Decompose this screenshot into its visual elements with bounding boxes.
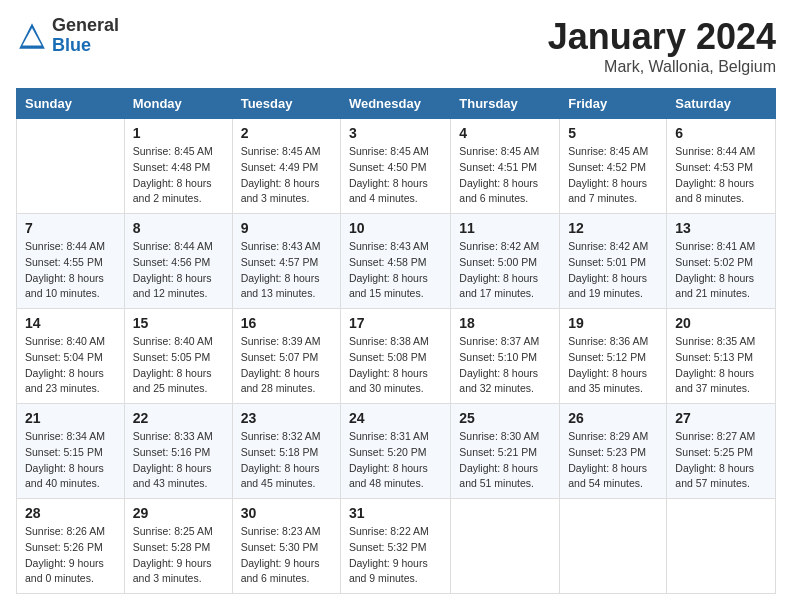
day-number: 31 bbox=[349, 505, 442, 521]
weekday-header: Tuesday bbox=[232, 89, 340, 119]
day-number: 22 bbox=[133, 410, 224, 426]
day-number: 10 bbox=[349, 220, 442, 236]
calendar-cell: 6Sunrise: 8:44 AMSunset: 4:53 PMDaylight… bbox=[667, 119, 776, 214]
weekday-header: Friday bbox=[560, 89, 667, 119]
day-info: Sunrise: 8:27 AMSunset: 5:25 PMDaylight:… bbox=[675, 429, 767, 492]
day-number: 19 bbox=[568, 315, 658, 331]
calendar-cell bbox=[17, 119, 125, 214]
day-info: Sunrise: 8:31 AMSunset: 5:20 PMDaylight:… bbox=[349, 429, 442, 492]
calendar-cell: 29Sunrise: 8:25 AMSunset: 5:28 PMDayligh… bbox=[124, 499, 232, 594]
calendar-cell: 28Sunrise: 8:26 AMSunset: 5:26 PMDayligh… bbox=[17, 499, 125, 594]
day-info: Sunrise: 8:45 AMSunset: 4:48 PMDaylight:… bbox=[133, 144, 224, 207]
day-info: Sunrise: 8:44 AMSunset: 4:53 PMDaylight:… bbox=[675, 144, 767, 207]
day-info: Sunrise: 8:44 AMSunset: 4:55 PMDaylight:… bbox=[25, 239, 116, 302]
calendar-cell: 5Sunrise: 8:45 AMSunset: 4:52 PMDaylight… bbox=[560, 119, 667, 214]
calendar-cell: 23Sunrise: 8:32 AMSunset: 5:18 PMDayligh… bbox=[232, 404, 340, 499]
day-info: Sunrise: 8:32 AMSunset: 5:18 PMDaylight:… bbox=[241, 429, 332, 492]
calendar-cell bbox=[667, 499, 776, 594]
day-info: Sunrise: 8:37 AMSunset: 5:10 PMDaylight:… bbox=[459, 334, 551, 397]
day-number: 29 bbox=[133, 505, 224, 521]
logo-icon bbox=[16, 20, 48, 52]
day-info: Sunrise: 8:45 AMSunset: 4:52 PMDaylight:… bbox=[568, 144, 658, 207]
calendar-table: SundayMondayTuesdayWednesdayThursdayFrid… bbox=[16, 88, 776, 594]
day-info: Sunrise: 8:44 AMSunset: 4:56 PMDaylight:… bbox=[133, 239, 224, 302]
day-info: Sunrise: 8:29 AMSunset: 5:23 PMDaylight:… bbox=[568, 429, 658, 492]
day-info: Sunrise: 8:22 AMSunset: 5:32 PMDaylight:… bbox=[349, 524, 442, 587]
day-number: 7 bbox=[25, 220, 116, 236]
day-number: 9 bbox=[241, 220, 332, 236]
day-info: Sunrise: 8:45 AMSunset: 4:49 PMDaylight:… bbox=[241, 144, 332, 207]
day-number: 11 bbox=[459, 220, 551, 236]
calendar-cell: 30Sunrise: 8:23 AMSunset: 5:30 PMDayligh… bbox=[232, 499, 340, 594]
day-number: 12 bbox=[568, 220, 658, 236]
calendar-cell: 25Sunrise: 8:30 AMSunset: 5:21 PMDayligh… bbox=[451, 404, 560, 499]
calendar-cell: 17Sunrise: 8:38 AMSunset: 5:08 PMDayligh… bbox=[340, 309, 450, 404]
day-number: 2 bbox=[241, 125, 332, 141]
day-number: 5 bbox=[568, 125, 658, 141]
calendar-cell: 22Sunrise: 8:33 AMSunset: 5:16 PMDayligh… bbox=[124, 404, 232, 499]
weekday-header: Monday bbox=[124, 89, 232, 119]
day-number: 24 bbox=[349, 410, 442, 426]
calendar-week-row: 7Sunrise: 8:44 AMSunset: 4:55 PMDaylight… bbox=[17, 214, 776, 309]
day-number: 16 bbox=[241, 315, 332, 331]
calendar-cell: 15Sunrise: 8:40 AMSunset: 5:05 PMDayligh… bbox=[124, 309, 232, 404]
day-number: 25 bbox=[459, 410, 551, 426]
day-info: Sunrise: 8:43 AMSunset: 4:58 PMDaylight:… bbox=[349, 239, 442, 302]
calendar-cell: 16Sunrise: 8:39 AMSunset: 5:07 PMDayligh… bbox=[232, 309, 340, 404]
day-info: Sunrise: 8:40 AMSunset: 5:04 PMDaylight:… bbox=[25, 334, 116, 397]
day-number: 17 bbox=[349, 315, 442, 331]
calendar-cell: 1Sunrise: 8:45 AMSunset: 4:48 PMDaylight… bbox=[124, 119, 232, 214]
day-info: Sunrise: 8:43 AMSunset: 4:57 PMDaylight:… bbox=[241, 239, 332, 302]
calendar-header-row: SundayMondayTuesdayWednesdayThursdayFrid… bbox=[17, 89, 776, 119]
calendar-cell: 12Sunrise: 8:42 AMSunset: 5:01 PMDayligh… bbox=[560, 214, 667, 309]
calendar-cell: 18Sunrise: 8:37 AMSunset: 5:10 PMDayligh… bbox=[451, 309, 560, 404]
day-info: Sunrise: 8:23 AMSunset: 5:30 PMDaylight:… bbox=[241, 524, 332, 587]
day-number: 26 bbox=[568, 410, 658, 426]
day-number: 4 bbox=[459, 125, 551, 141]
day-number: 21 bbox=[25, 410, 116, 426]
logo-general-text: General bbox=[52, 15, 119, 35]
logo-blue-text: Blue bbox=[52, 35, 91, 55]
calendar-week-row: 1Sunrise: 8:45 AMSunset: 4:48 PMDaylight… bbox=[17, 119, 776, 214]
calendar-cell: 14Sunrise: 8:40 AMSunset: 5:04 PMDayligh… bbox=[17, 309, 125, 404]
day-number: 14 bbox=[25, 315, 116, 331]
day-info: Sunrise: 8:41 AMSunset: 5:02 PMDaylight:… bbox=[675, 239, 767, 302]
calendar-cell: 26Sunrise: 8:29 AMSunset: 5:23 PMDayligh… bbox=[560, 404, 667, 499]
day-number: 13 bbox=[675, 220, 767, 236]
day-info: Sunrise: 8:35 AMSunset: 5:13 PMDaylight:… bbox=[675, 334, 767, 397]
calendar-cell: 13Sunrise: 8:41 AMSunset: 5:02 PMDayligh… bbox=[667, 214, 776, 309]
day-number: 27 bbox=[675, 410, 767, 426]
day-info: Sunrise: 8:26 AMSunset: 5:26 PMDaylight:… bbox=[25, 524, 116, 587]
day-number: 18 bbox=[459, 315, 551, 331]
calendar-cell: 10Sunrise: 8:43 AMSunset: 4:58 PMDayligh… bbox=[340, 214, 450, 309]
day-number: 30 bbox=[241, 505, 332, 521]
calendar-cell: 20Sunrise: 8:35 AMSunset: 5:13 PMDayligh… bbox=[667, 309, 776, 404]
calendar-week-row: 14Sunrise: 8:40 AMSunset: 5:04 PMDayligh… bbox=[17, 309, 776, 404]
day-number: 8 bbox=[133, 220, 224, 236]
day-info: Sunrise: 8:40 AMSunset: 5:05 PMDaylight:… bbox=[133, 334, 224, 397]
weekday-header: Sunday bbox=[17, 89, 125, 119]
calendar-cell: 7Sunrise: 8:44 AMSunset: 4:55 PMDaylight… bbox=[17, 214, 125, 309]
calendar-cell bbox=[560, 499, 667, 594]
day-info: Sunrise: 8:42 AMSunset: 5:01 PMDaylight:… bbox=[568, 239, 658, 302]
calendar-cell: 3Sunrise: 8:45 AMSunset: 4:50 PMDaylight… bbox=[340, 119, 450, 214]
calendar-cell: 27Sunrise: 8:27 AMSunset: 5:25 PMDayligh… bbox=[667, 404, 776, 499]
calendar-cell: 21Sunrise: 8:34 AMSunset: 5:15 PMDayligh… bbox=[17, 404, 125, 499]
day-info: Sunrise: 8:25 AMSunset: 5:28 PMDaylight:… bbox=[133, 524, 224, 587]
day-info: Sunrise: 8:38 AMSunset: 5:08 PMDaylight:… bbox=[349, 334, 442, 397]
day-info: Sunrise: 8:45 AMSunset: 4:50 PMDaylight:… bbox=[349, 144, 442, 207]
calendar-cell: 9Sunrise: 8:43 AMSunset: 4:57 PMDaylight… bbox=[232, 214, 340, 309]
weekday-header: Thursday bbox=[451, 89, 560, 119]
calendar-week-row: 21Sunrise: 8:34 AMSunset: 5:15 PMDayligh… bbox=[17, 404, 776, 499]
calendar-cell: 31Sunrise: 8:22 AMSunset: 5:32 PMDayligh… bbox=[340, 499, 450, 594]
day-info: Sunrise: 8:42 AMSunset: 5:00 PMDaylight:… bbox=[459, 239, 551, 302]
day-number: 3 bbox=[349, 125, 442, 141]
calendar-cell: 2Sunrise: 8:45 AMSunset: 4:49 PMDaylight… bbox=[232, 119, 340, 214]
calendar-cell: 24Sunrise: 8:31 AMSunset: 5:20 PMDayligh… bbox=[340, 404, 450, 499]
day-info: Sunrise: 8:36 AMSunset: 5:12 PMDaylight:… bbox=[568, 334, 658, 397]
day-info: Sunrise: 8:34 AMSunset: 5:15 PMDaylight:… bbox=[25, 429, 116, 492]
weekday-header: Saturday bbox=[667, 89, 776, 119]
day-number: 23 bbox=[241, 410, 332, 426]
title-block: January 2024 Mark, Wallonia, Belgium bbox=[548, 16, 776, 76]
day-info: Sunrise: 8:33 AMSunset: 5:16 PMDaylight:… bbox=[133, 429, 224, 492]
